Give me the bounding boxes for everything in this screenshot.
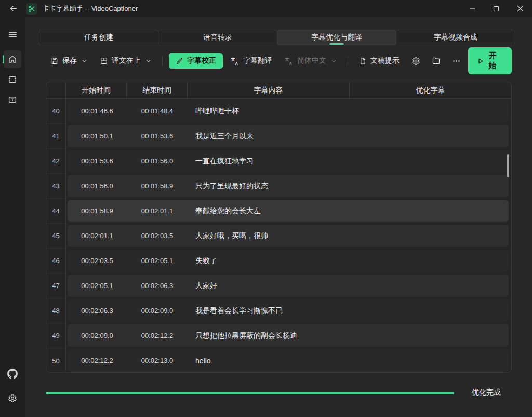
end-time-cell[interactable]: 00:01:53.6 [127,132,188,140]
end-time-cell[interactable]: 00:01:58.9 [127,182,188,190]
window-controls [460,0,532,17]
table-row[interactable]: 4900:02:09.000:02:12.2只想把他拉黑屏蔽的副会长杨迪 [46,323,511,348]
end-time-cell[interactable]: 00:02:09.0 [127,307,188,315]
end-time-cell[interactable]: 00:01:56.0 [127,157,188,165]
subtitle-text-cell[interactable]: 奉献给您的会长大左 [188,206,350,216]
start-time-cell[interactable]: 00:01:53.6 [68,157,127,165]
target-language-dropdown[interactable]: 文 A 简体中文 [280,53,341,69]
sidebar-item-video[interactable] [4,71,21,88]
row-index: 41 [46,124,66,149]
table-row[interactable]: 4700:02:05.100:02:06.3大家好 [46,273,511,298]
tab-3[interactable]: 字幕优化与翻译 [277,30,396,45]
column-header: 开始时间 [66,82,127,98]
sidebar-item-home[interactable] [4,50,21,68]
close-button[interactable] [508,0,532,17]
tab-label: 语音转录 [203,33,232,42]
main-content: 任务创建语音转录字幕优化与翻译字幕视频合成 保存 译文在上 字幕校正 文 [25,17,532,417]
sidebar-item-settings[interactable] [4,389,21,407]
end-time-cell[interactable]: 00:02:12.2 [127,332,188,340]
chevron-down-icon [82,58,87,64]
start-time-cell[interactable]: 00:02:09.0 [68,332,127,340]
subtitle-row-card[interactable]: 00:02:03.500:02:05.1失败了 [68,250,509,272]
subtitle-row-card[interactable]: 00:02:01.100:02:03.5大家好哦，买噶，很帅 [68,225,509,247]
open-folder-button[interactable] [428,54,445,69]
table-row[interactable]: 4400:01:58.900:02:01.1奉献给您的会长大左 [46,199,511,224]
column-header: 结束时间 [127,82,188,98]
end-time-cell[interactable]: 00:02:13.0 [127,357,188,364]
subtitle-row-card[interactable]: 00:02:09.000:02:12.2只想把他拉黑屏蔽的副会长杨迪 [68,324,509,347]
subtitle-text-cell[interactable]: 只为了呈现最好的状态 [188,181,350,191]
start-time-cell[interactable]: 00:01:58.9 [68,207,127,215]
subtitle-translate-button[interactable]: 文 A 字幕翻译 [226,53,277,69]
row-index: 49 [46,323,66,348]
start-button[interactable]: 开始 [468,47,512,74]
table-row[interactable]: 4600:02:03.500:02:05.1失败了 [46,249,511,273]
subtitle-row-card[interactable]: 00:01:53.600:01:56.0一直在疯狂地学习 [68,150,509,172]
tab-1[interactable]: 任务创建 [39,30,158,45]
subtitle-row-card[interactable]: 00:02:05.100:02:06.3大家好 [68,275,509,297]
end-time-cell[interactable]: 00:01:48.4 [127,107,188,115]
end-time-cell[interactable]: 00:02:01.1 [127,207,188,215]
close-icon [517,5,524,12]
subtitle-row-card[interactable]: 00:02:12.200:02:13.0hello [68,349,509,372]
table-row[interactable]: 4200:01:53.600:01:56.0一直在疯狂地学习 [46,149,511,174]
subtitle-text-cell[interactable]: 只想把他拉黑屏蔽的副会长杨迪 [188,331,350,341]
subtitle-row-card[interactable]: 00:01:46.600:01:48.4哔哩哔哩干杯 [68,100,509,122]
table-row[interactable]: 5000:02:12.200:02:13.0hello [46,348,511,373]
translate-icon: 文 A [285,57,294,66]
subtitle-correct-button[interactable]: 字幕校正 [169,53,223,69]
folder-icon [432,57,441,66]
table-row[interactable]: 4300:01:56.000:01:58.9只为了呈现最好的状态 [46,174,511,199]
subtitle-row-card[interactable]: 00:01:50.100:01:53.6我是近三个月以来 [68,125,509,147]
minimize-button[interactable] [460,0,484,17]
subtitle-row-card[interactable]: 00:01:56.000:01:58.9只为了呈现最好的状态 [68,175,509,197]
title-bar: 卡卡字幕助手 -- VideoCaptioner [0,0,532,17]
toolbar-settings-button[interactable] [407,54,424,69]
start-time-cell[interactable]: 00:02:01.1 [68,232,127,240]
status-bar: 优化完成 [46,384,501,401]
column-header [46,82,66,98]
window-title: 卡卡字幕助手 -- VideoCaptioner [43,4,138,14]
layout-mode-button[interactable]: 译文在上 [95,53,156,69]
maximize-button[interactable] [484,0,508,17]
end-time-cell[interactable]: 00:02:06.3 [127,282,188,290]
end-time-cell[interactable]: 00:02:03.5 [127,232,188,240]
tab-4[interactable]: 字幕视频合成 [396,30,515,45]
end-time-cell[interactable]: 00:02:05.1 [127,257,188,265]
back-button[interactable] [5,2,21,16]
row-index: 40 [46,99,66,124]
row-index: 47 [46,273,66,298]
more-button[interactable] [448,54,465,69]
sidebar-item-github[interactable] [4,365,21,383]
subtitle-text-cell[interactable]: 我是看着会长学习惭愧不已 [188,306,350,316]
subtitle-text-cell[interactable]: hello [188,357,350,365]
subtitle-text-cell[interactable]: 我是近三个月以来 [188,132,350,141]
table-row[interactable]: 4500:02:01.100:02:03.5大家好哦，买噶，很帅 [46,224,511,249]
start-time-cell[interactable]: 00:02:03.5 [68,257,127,265]
save-button[interactable]: 保存 [46,53,92,69]
toolbar-separator [162,56,163,66]
tab-2[interactable]: 语音转录 [158,30,277,45]
tab-label: 任务创建 [84,33,113,42]
table-row[interactable]: 4800:02:06.300:02:09.0我是看着会长学习惭愧不已 [46,298,511,323]
subtitle-text-cell[interactable]: 一直在疯狂地学习 [188,157,350,166]
sidebar-menu-button[interactable] [4,25,21,43]
start-time-cell[interactable]: 00:01:46.6 [68,107,127,115]
start-time-cell[interactable]: 00:01:56.0 [68,182,127,190]
tab-label: 字幕优化与翻译 [311,33,362,42]
prompt-button[interactable]: 文稿提示 [354,53,404,69]
table-scrollbar[interactable] [507,154,509,177]
start-time-cell[interactable]: 00:02:12.2 [68,357,127,364]
start-time-cell[interactable]: 00:02:05.1 [68,282,127,290]
sidebar-item-subtitle[interactable] [4,91,21,109]
subtitle-text-cell[interactable]: 失败了 [188,256,350,266]
start-time-cell[interactable]: 00:02:06.3 [68,307,127,315]
subtitle-text-cell[interactable]: 大家好 [188,281,350,291]
table-row[interactable]: 4000:01:46.600:01:48.4哔哩哔哩干杯 [46,99,511,124]
subtitle-text-cell[interactable]: 哔哩哔哩干杯 [188,107,350,116]
table-row[interactable]: 4100:01:50.100:01:53.6我是近三个月以来 [46,124,511,149]
subtitle-row-card[interactable]: 00:02:06.300:02:09.0我是看着会长学习惭愧不已 [68,299,509,322]
subtitle-row-card[interactable]: 00:01:58.900:02:01.1奉献给您的会长大左 [68,200,509,222]
start-time-cell[interactable]: 00:01:50.1 [68,132,127,140]
subtitle-text-cell[interactable]: 大家好哦，买噶，很帅 [188,231,350,241]
